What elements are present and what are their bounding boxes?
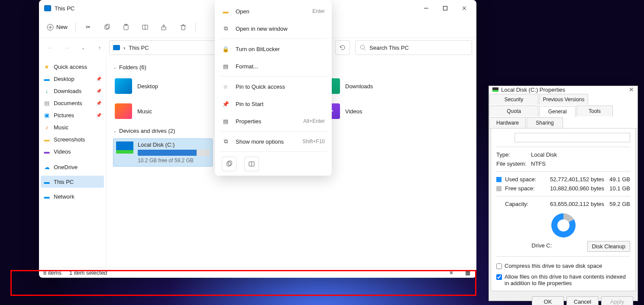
drive-c-label: Drive C: — [496, 242, 587, 249]
rename-button[interactable] — [136, 19, 154, 35]
ctx-pin-quick-access[interactable]: ☆Pin to Quick access — [217, 78, 329, 95]
properties-icon: ▤ — [222, 118, 230, 125]
index-checkbox[interactable]: Allow files on this drive to have conten… — [496, 273, 630, 286]
ctx-rename-button[interactable] — [244, 157, 259, 171]
cancel-button[interactable]: Cancel — [566, 296, 599, 305]
close-button[interactable] — [455, 2, 474, 15]
used-gb: 49.1 GB — [608, 176, 630, 183]
sidebar-quick-access[interactable]: ★Quick access — [41, 61, 104, 73]
star-outline-icon: ☆ — [222, 83, 230, 90]
up-button[interactable]: ↑ — [93, 41, 107, 55]
window-title: This PC — [55, 5, 74, 12]
folder-downloads[interactable]: Downloads — [321, 75, 416, 97]
copy-button[interactable] — [98, 19, 116, 35]
search-icon — [360, 45, 366, 51]
drive-free-text: 10.2 GB free of 59.2 GB — [138, 157, 210, 164]
rename-icon — [142, 24, 149, 31]
close-button[interactable]: ✕ — [629, 86, 634, 93]
ok-button[interactable]: OK — [532, 296, 564, 305]
delete-button[interactable] — [175, 19, 192, 35]
ctx-open[interactable]: ▬OpenEnter — [217, 3, 329, 20]
folder-icon: ▬ — [43, 136, 50, 143]
tab-previous-versions[interactable]: Previous Versions — [539, 94, 588, 105]
tab-security[interactable]: Security — [489, 94, 538, 105]
folder-music[interactable]: Music — [113, 100, 208, 122]
ctx-copy-button[interactable] — [222, 157, 236, 171]
ctx-open-new-window[interactable]: ⧉Open in new window — [217, 20, 329, 37]
sidebar-thispc[interactable]: ▬This PC — [41, 176, 104, 188]
ctx-properties[interactable]: ▤PropertiesAlt+Enter — [217, 112, 329, 130]
tab-hardware[interactable]: Hardware — [489, 117, 526, 128]
tab-quota[interactable]: Quota — [489, 106, 538, 116]
maximize-button[interactable] — [436, 2, 455, 15]
new-button[interactable]: New — [42, 19, 72, 35]
filesystem-label: File system: — [496, 161, 531, 167]
apply-button[interactable]: Apply — [601, 296, 633, 305]
sidebar-item-videos[interactable]: ▬Videos — [41, 145, 104, 157]
thispc-icon — [44, 5, 51, 11]
tab-general[interactable]: General — [539, 106, 576, 117]
refresh-button[interactable] — [335, 40, 350, 55]
drive-icon — [116, 141, 133, 154]
drive-label-input[interactable] — [515, 133, 630, 142]
sidebar: ★Quick access ▬Desktop📌 ↓Downloads📌 ▤Doc… — [39, 57, 106, 267]
free-bytes: 10,882,600,960 bytes — [544, 185, 604, 192]
svg-point-17 — [361, 45, 365, 49]
sidebar-network[interactable]: ▬Network — [41, 190, 104, 202]
disk-cleanup-button[interactable]: Disk Cleanup — [587, 241, 630, 252]
annotation-highlight — [10, 270, 476, 296]
lock-icon: 🔒 — [222, 46, 230, 52]
paste-button[interactable] — [117, 19, 135, 35]
type-label: Type: — [496, 151, 531, 158]
properties-tabs: Security Previous Versions Quota General… — [489, 93, 638, 128]
sidebar-item-music[interactable]: ♪Music — [41, 121, 104, 133]
used-swatch — [496, 177, 502, 182]
drive-local-disk-c[interactable]: Local Disk (C:) 10.2 GB free of 59.2 GB — [113, 138, 213, 167]
cloud-icon: ☁ — [43, 164, 50, 170]
music-icon: ♪ — [43, 124, 50, 131]
tab-sharing[interactable]: Sharing — [527, 117, 563, 128]
cut-button[interactable]: ✂ — [79, 19, 97, 35]
share-button[interactable] — [155, 19, 173, 35]
capacity-bytes: 63,655,002,112 bytes — [544, 201, 604, 207]
paste-icon — [123, 24, 129, 31]
search-placeholder: Search This PC — [369, 45, 409, 51]
forward-button[interactable]: → — [60, 41, 74, 55]
ctx-bitlocker[interactable]: 🔒Turn on BitLocker — [217, 40, 329, 58]
thispc-icon: ▬ — [43, 178, 50, 185]
folder-open-icon: ▬ — [222, 8, 230, 15]
sidebar-item-downloads[interactable]: ↓Downloads📌 — [41, 85, 104, 97]
search-box[interactable]: Search This PC — [355, 40, 472, 55]
usage-donut-chart — [551, 213, 576, 238]
plus-circle-icon — [47, 24, 54, 31]
sidebar-item-screenshots[interactable]: ▬Screenshots — [41, 133, 104, 145]
recent-dropdown[interactable]: ⌄ — [76, 41, 90, 55]
sidebar-item-desktop[interactable]: ▬Desktop📌 — [41, 73, 104, 85]
ctx-show-more[interactable]: ⧉Show more optionsShift+F10 — [217, 133, 329, 150]
drive-icon — [496, 134, 506, 141]
filesystem-value: NTFS — [531, 161, 546, 167]
copy-icon — [104, 24, 110, 31]
desktop-folder-icon — [115, 78, 132, 94]
compress-checkbox[interactable]: Compress this drive to save disk space — [496, 263, 630, 269]
sidebar-item-pictures[interactable]: ▣Pictures📌 — [41, 109, 104, 121]
music-folder-icon — [115, 103, 132, 119]
svg-rect-1 — [443, 6, 447, 10]
pin-icon: 📌 — [222, 101, 230, 107]
star-icon: ★ — [43, 63, 50, 70]
svg-rect-14 — [181, 26, 185, 30]
thispc-icon — [113, 45, 120, 50]
folder-desktop[interactable]: Desktop — [113, 75, 208, 97]
pin-icon: 📌 — [96, 77, 101, 81]
capacity-gb: 59.2 GB — [608, 201, 630, 207]
sidebar-item-documents[interactable]: ▤Documents📌 — [41, 97, 104, 109]
back-button[interactable]: ← — [43, 41, 57, 55]
minimize-button[interactable] — [417, 2, 436, 15]
new-window-icon: ⧉ — [222, 25, 230, 32]
ctx-pin-start[interactable]: 📌Pin to Start — [217, 95, 329, 112]
tab-tools[interactable]: Tools — [576, 106, 613, 116]
sidebar-onedrive[interactable]: ☁OneDrive — [41, 161, 104, 173]
ctx-format[interactable]: ▤Format... — [217, 58, 329, 75]
folder-videos[interactable]: Videos — [321, 100, 416, 122]
svg-line-18 — [364, 49, 366, 50]
